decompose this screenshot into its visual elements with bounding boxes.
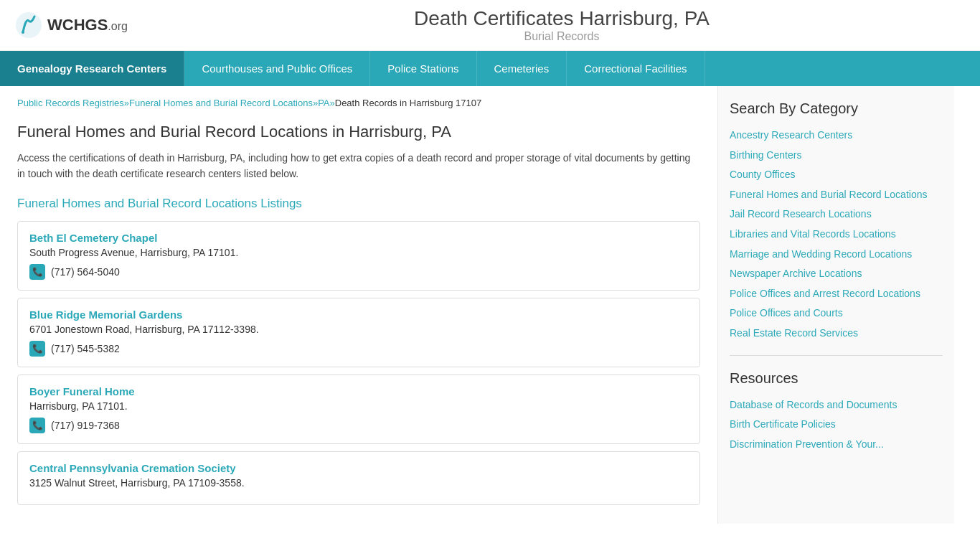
listing-card-2: Blue Ridge Memorial Gardens 6701 Jonesto… [17, 298, 700, 367]
nav-item-genealogy[interactable]: Genealogy Research Centers [0, 51, 184, 86]
nav-item-correctional[interactable]: Correctional Facilities [567, 51, 705, 86]
logo-area: WCHGS.org [14, 11, 158, 39]
header-center: Death Certificates Harrisburg, PA Burial… [158, 7, 966, 43]
breadcrumb-current: Death Records in Harrisburg 17107 [335, 98, 482, 108]
logo-icon [14, 11, 43, 39]
sidebar-link-real-estate[interactable]: Real Estate Record Services [730, 326, 943, 341]
listing-card-4: Central Pennsylvania Cremation Society 3… [17, 451, 700, 505]
sidebar-link-police-courts[interactable]: Police Offices and Courts [730, 306, 943, 321]
main-layout: Public Records Registries»Funeral Homes … [0, 86, 980, 524]
logo-text-group: WCHGS.org [47, 16, 128, 34]
listing-phone-1: 📞 (717) 564-5040 [29, 264, 688, 280]
page-description: Access the certifications of death in Ha… [17, 150, 700, 182]
listing-address-2: 6701 Jonestown Road, Harrisburg, PA 1711… [29, 324, 688, 335]
listing-phone-3: 📞 (717) 919-7368 [29, 418, 688, 433]
sidebar-divider [730, 355, 943, 356]
page-heading: Funeral Homes and Burial Record Location… [17, 123, 700, 141]
nav-item-cemeteries[interactable]: Cemeteries [477, 51, 567, 86]
breadcrumb: Public Records Registries»Funeral Homes … [17, 98, 700, 108]
listing-address-1: South Progress Avenue, Harrisburg, PA 17… [29, 247, 688, 258]
site-subtitle: Burial Records [158, 30, 966, 43]
listing-name-3[interactable]: Boyer Funeral Home [29, 385, 688, 397]
phone-icon-1: 📞 [29, 264, 45, 280]
listing-card-1: Beth El Cemetery Chapel South Progress A… [17, 221, 700, 291]
listing-address-3: Harrisburg, PA 17101. [29, 400, 688, 412]
sidebar-category-title: Search By Category [730, 100, 943, 117]
sidebar-link-marriage[interactable]: Marriage and Wedding Record Locations [730, 248, 943, 262]
breadcrumb-link-3[interactable]: PA [318, 98, 329, 108]
phone-number-2[interactable]: (717) 545-5382 [51, 343, 120, 354]
nav-item-police[interactable]: Police Stations [370, 51, 476, 86]
listing-phone-2: 📞 (717) 545-5382 [29, 341, 688, 357]
listing-name-4[interactable]: Central Pennsylvania Cremation Society [29, 462, 688, 474]
sidebar-link-jail[interactable]: Jail Record Research Locations [730, 207, 943, 222]
sidebar-link-funeral[interactable]: Funeral Homes and Burial Record Location… [730, 188, 943, 202]
nav-bar: Genealogy Research Centers Courthouses a… [0, 51, 980, 86]
main-content: Public Records Registries»Funeral Homes … [0, 86, 717, 524]
logo-brand: WCHGS [47, 16, 108, 34]
listings-heading: Funeral Homes and Burial Record Location… [17, 197, 700, 211]
sidebar-link-newspaper[interactable]: Newspaper Archive Locations [730, 267, 943, 281]
listing-address-4: 3125 Walnut Street, Harrisburg, PA 17109… [29, 477, 688, 489]
phone-icon-2: 📞 [29, 341, 45, 357]
svg-point-1 [22, 31, 24, 34]
sidebar-resource-discrimination[interactable]: Discrimination Prevention & Your... [730, 438, 943, 452]
sidebar-resource-database[interactable]: Database of Records and Documents [730, 398, 943, 413]
site-title: Death Certificates Harrisburg, PA [158, 7, 966, 30]
resources-title: Resources [730, 370, 943, 387]
breadcrumb-link-1[interactable]: Public Records Registries [17, 98, 124, 108]
header: WCHGS.org Death Certificates Harrisburg,… [0, 0, 980, 51]
sidebar-link-ancestry[interactable]: Ancestry Research Centers [730, 128, 943, 143]
logo-suffix: .org [108, 20, 128, 32]
breadcrumb-link-2[interactable]: Funeral Homes and Burial Record Location… [129, 98, 313, 108]
phone-number-3[interactable]: (717) 919-7368 [51, 420, 120, 431]
sidebar: Search By Category Ancestry Research Cen… [717, 86, 954, 524]
sidebar-link-police-arrest[interactable]: Police Offices and Arrest Record Locatio… [730, 287, 943, 301]
sidebar-link-birthing[interactable]: Birthing Centers [730, 149, 943, 163]
listing-card-3: Boyer Funeral Home Harrisburg, PA 17101.… [17, 375, 700, 444]
listing-name-1[interactable]: Beth El Cemetery Chapel [29, 232, 688, 244]
sidebar-link-libraries[interactable]: Libraries and Vital Records Locations [730, 227, 943, 242]
svg-point-0 [16, 12, 42, 38]
listing-name-2[interactable]: Blue Ridge Memorial Gardens [29, 309, 688, 321]
sidebar-resource-birth[interactable]: Birth Certificate Policies [730, 418, 943, 432]
phone-icon-3: 📞 [29, 418, 45, 433]
nav-item-courthouses[interactable]: Courthouses and Public Offices [184, 51, 370, 86]
phone-number-1[interactable]: (717) 564-5040 [51, 266, 120, 278]
sidebar-link-county[interactable]: County Offices [730, 168, 943, 182]
